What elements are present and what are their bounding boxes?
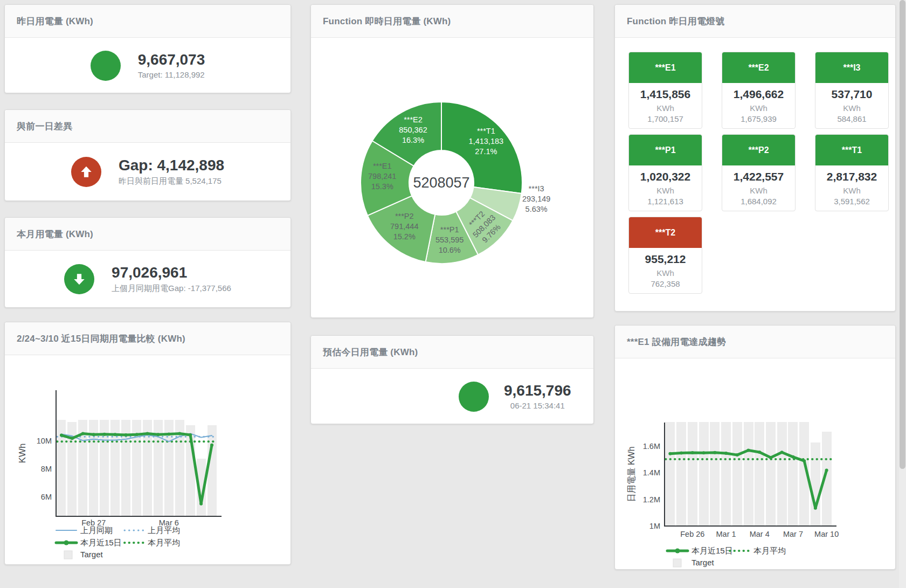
legend-item-series[interactable]: 本月平均 (730, 546, 786, 555)
card-title: Function 即時日用電量 (KWh) (323, 15, 451, 27)
donut-center-total: 5208057 (413, 175, 469, 191)
status-circle-red (71, 157, 101, 187)
x-tick-label: Feb 26 (680, 530, 704, 538)
light-tiles: ***E11,415,856KWh1,700,157***E21,496,662… (628, 52, 889, 294)
status-circle-green (91, 51, 121, 81)
card-title: 昨日用電量 (KWh) (17, 15, 93, 27)
y-tick-label: 10M (37, 437, 52, 445)
tile-target: 3,591,562 (815, 197, 888, 206)
svg-text:上月平均: 上月平均 (148, 525, 180, 535)
tile-label: ***T2 (629, 217, 702, 248)
day-gap-value: Gap: 4,142,898 (119, 157, 224, 174)
legend-item-series[interactable]: 上月平均 (125, 525, 180, 535)
tile-label: ***I3 (815, 52, 888, 83)
legend-item-series[interactable]: 本月平均 (125, 538, 180, 547)
light-tile-e2[interactable]: ***E21,496,662KWh1,675,939 (722, 52, 796, 129)
tile-label: ***E2 (722, 52, 795, 83)
status-circle-green (459, 382, 489, 412)
tile-body: 2,817,832KWh3,591,562 (815, 165, 888, 206)
tile-unit: KWh (722, 186, 795, 195)
card-yesterday-usage: 昨日用電量 (KWh) 9,667,073 Target: 11,128,992 (4, 4, 291, 93)
card-header: 本月用電量 (KWh) (5, 218, 291, 251)
tile-value: 1,422,557 (722, 170, 795, 183)
arrow-down-icon (72, 272, 86, 286)
card-header: Function 即時日用電量 (KWh) (311, 5, 593, 38)
card-title: 與前一日差異 (17, 120, 72, 133)
tile-unit: KWh (815, 103, 888, 113)
card-header: 2/24~3/10 近15日同期用電量比較 (KWh) (5, 322, 291, 355)
y-axis-title: KWh (17, 444, 27, 464)
legend-item-series[interactable]: 本月近15日 (667, 546, 733, 555)
tile-unit: KWh (722, 103, 795, 113)
x-tick-label: Mar 7 (783, 530, 803, 538)
legend-item-target[interactable]: Target (64, 550, 103, 559)
x-tick-label: Mar 1 (716, 530, 736, 538)
y-tick-label: 1.4M (643, 468, 660, 477)
card-header: ***E1 設備用電達成趨勢 (615, 326, 895, 358)
e1-trend-line-bar-chart: 1M1.2M1.4M1.6MFeb 26Mar 1Mar 4Mar 7Mar 1… (615, 358, 895, 569)
energy-dashboard: 昨日用電量 (KWh) 9,667,073 Target: 11,128,992… (0, 0, 906, 588)
legend-item-series[interactable]: 上月同期 (56, 525, 113, 535)
tile-value: 1,496,662 (722, 88, 795, 101)
light-tile-t2[interactable]: ***T2955,212KWh762,358 (628, 217, 702, 294)
tile-target: 584,861 (815, 114, 888, 123)
light-tile-p1[interactable]: ***P11,020,322KWh1,121,613 (628, 134, 702, 211)
svg-text:本月平均: 本月平均 (753, 546, 786, 555)
tile-value: 1,415,856 (629, 88, 702, 101)
y-tick-label: 8M (41, 465, 52, 473)
svg-text:Target: Target (80, 550, 103, 559)
estimate-value: 9,615,796 (504, 383, 571, 399)
card-month-usage: 本月用電量 (KWh) 97,026,961 上個月同期用電Gap: -17,3… (4, 217, 291, 308)
tile-unit: KWh (629, 186, 702, 195)
legend-item-target[interactable]: Target (673, 558, 715, 567)
x-tick-label: Mar 10 (814, 530, 839, 538)
tile-body: 1,422,557KWh1,684,092 (722, 165, 795, 206)
svg-text:本月近15日: 本月近15日 (80, 538, 122, 547)
card-title: 本月用電量 (KWh) (17, 228, 93, 240)
y-tick-label: 1M (649, 522, 660, 530)
card-title: 2/24~3/10 近15日同期用電量比較 (KWh) (17, 333, 185, 345)
card-header: Function 昨日用電燈號 (615, 5, 895, 38)
tile-target: 1,675,939 (722, 114, 795, 123)
tile-target: 762,358 (629, 279, 702, 288)
estimate-timestamp: 06-21 15:34:41 (504, 401, 571, 410)
tile-body: 1,020,322KWh1,121,613 (629, 165, 702, 206)
card-header: 預估今日用電量 (KWh) (311, 336, 593, 369)
light-tile-e1[interactable]: ***E11,415,856KWh1,700,157 (628, 52, 702, 129)
tile-unit: KWh (629, 103, 702, 113)
tile-unit: KWh (815, 186, 888, 195)
card-realtime-donut: Function 即時日用電量 (KWh) ***T11,413,18327.1… (310, 4, 594, 318)
comparison-line-bar-chart: 6M8M10MFeb 27Mar 6KWh上月同期上月平均本月近15日本月平均T… (5, 355, 291, 564)
tile-value: 537,710 (815, 88, 888, 101)
light-tile-t1[interactable]: ***T12,817,832KWh3,591,562 (815, 134, 889, 211)
month-usage-gap: 上個月同期用電Gap: -17,377,566 (112, 283, 231, 294)
tile-body: 955,212KWh762,358 (629, 248, 702, 288)
page-scrollbar[interactable] (899, 0, 906, 588)
svg-text:本月平均: 本月平均 (148, 538, 180, 547)
tile-label: ***P1 (629, 135, 702, 165)
svg-text:***I3293,1495.63%: ***I3293,1495.63% (522, 184, 550, 213)
card-title: ***E1 設備用電達成趨勢 (627, 336, 726, 348)
svg-text:上月同期: 上月同期 (80, 525, 113, 535)
card-light-indicators: Function 昨日用電燈號 ***E11,415,856KWh1,700,1… (614, 4, 896, 312)
tile-label: ***T1 (815, 135, 888, 165)
tile-label: ***P2 (722, 135, 795, 165)
scrollbar-thumb[interactable] (900, 0, 905, 469)
tile-value: 2,817,832 (815, 170, 888, 183)
y-tick-label: 1.6M (643, 442, 660, 451)
card-15day-comparison-chart: 2/24~3/10 近15日同期用電量比較 (KWh) 6M8M10MFeb 2… (4, 322, 291, 565)
tile-target: 1,121,613 (629, 197, 702, 206)
tile-value: 955,212 (629, 253, 702, 266)
function-usage-donut-chart: ***T11,413,18327.1%***I3293,1495.63%***T… (311, 38, 593, 317)
tile-target: 1,684,092 (722, 197, 795, 206)
legend-item-series[interactable]: 本月近15日 (56, 538, 122, 547)
card-title: Function 昨日用電燈號 (627, 15, 724, 27)
tile-body: 1,496,662KWh1,675,939 (722, 83, 795, 123)
x-tick-label: Mar 4 (750, 530, 770, 538)
light-tile-i3[interactable]: ***I3537,710KWh584,861 (815, 52, 889, 129)
svg-text:本月近15日: 本月近15日 (691, 546, 733, 555)
y-tick-label: 6M (41, 493, 52, 501)
light-tile-p2[interactable]: ***P21,422,557KWh1,684,092 (722, 134, 796, 211)
y-axis-title: 日用電量 KWh (627, 446, 636, 502)
tile-unit: KWh (629, 268, 702, 278)
